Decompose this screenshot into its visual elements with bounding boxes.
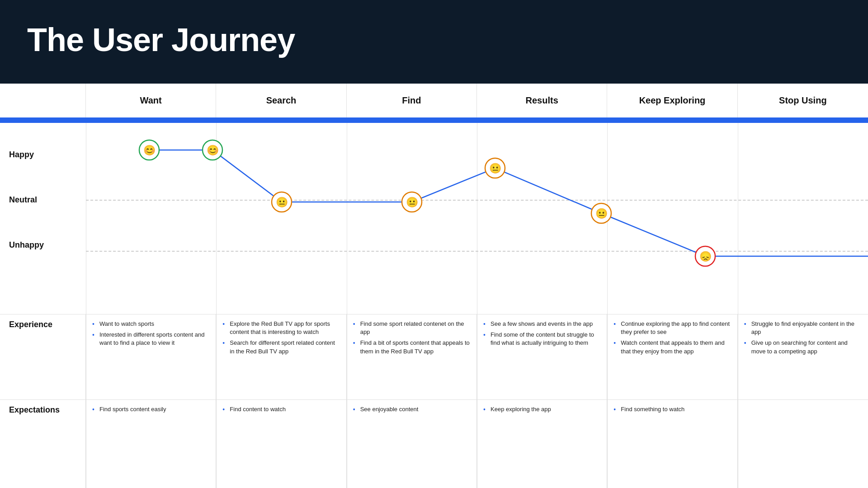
experience-keep-exploring: Continue exploring the app to find conte… [607, 314, 737, 399]
list-item: Find something to watch [613, 405, 731, 413]
list-item: Struggle to find enjoyable content in th… [744, 320, 862, 336]
svg-text:😊: 😊 [143, 144, 156, 156]
list-item: Watch content that appeals to them and t… [613, 339, 731, 355]
list-item: Find some sport related contenet on the … [353, 320, 470, 336]
label-spacer [0, 84, 86, 117]
expectations-find: See enjoyable content [347, 400, 477, 488]
stage-keep-exploring: Keep Exploring [607, 84, 737, 117]
experience-keep-list: Continue exploring the app to find conte… [613, 320, 731, 356]
stage-find: Find [347, 84, 477, 117]
svg-text:😞: 😞 [699, 250, 712, 263]
stage-results: Results [477, 84, 607, 117]
stage-want: Want [86, 84, 216, 117]
expectations-keep-list: Find something to watch [613, 405, 731, 413]
experience-results-list: See a few shows and events in the app Fi… [483, 320, 600, 347]
expectations-label-cell: Expectations [0, 400, 86, 488]
expectations-want-list: Find sports content easily [92, 405, 209, 413]
svg-text:😐: 😐 [595, 207, 608, 220]
svg-text:😐: 😐 [276, 196, 288, 208]
journey-chart: 😊 😊 😐 😐 😐 😐 😞 [86, 123, 868, 277]
experience-want: Want to watch sports Interested in diffe… [86, 314, 216, 399]
list-item: Give up on searching for content and mov… [744, 339, 862, 355]
experience-stop-list: Struggle to find enjoyable content in th… [744, 320, 862, 356]
header: The User Journey [0, 0, 868, 84]
expectations-find-list: See enjoyable content [353, 405, 470, 413]
experience-stop-using: Struggle to find enjoyable content in th… [738, 314, 868, 399]
expectations-results: Keep exploring the app [477, 400, 607, 488]
expectations-label: Expectations [9, 405, 60, 415]
expectations-search: Find content to watch [216, 400, 346, 488]
list-item: Continue exploring the app to find conte… [613, 320, 731, 336]
expectations-stop-using [738, 400, 868, 488]
expectations-want: Find sports content easily [86, 400, 216, 488]
list-item: Keep exploring the app [483, 405, 600, 413]
page-title: The User Journey [27, 21, 295, 58]
experience-find: Find some sport related contenet on the … [347, 314, 477, 399]
main-content: Want Search Find Results Keep Exploring … [0, 84, 868, 488]
experience-label: Experience [9, 320, 52, 329]
svg-text:😊: 😊 [207, 144, 219, 156]
unhappy-label: Unhappy [9, 240, 77, 250]
list-item: Want to watch sports [92, 320, 209, 328]
experience-results: See a few shows and events in the app Fi… [477, 314, 607, 399]
list-item: See a few shows and events in the app [483, 320, 600, 328]
svg-text:😐: 😐 [406, 196, 419, 208]
experience-search: Explore the Red Bull TV app for sports c… [216, 314, 346, 399]
list-item: Find some of the content but struggle to… [483, 331, 600, 347]
list-item: Find content to watch [222, 405, 340, 413]
expectations-search-list: Find content to watch [222, 405, 340, 413]
list-item: Explore the Red Bull TV app for sports c… [222, 320, 340, 336]
list-item: Search for different sport related conte… [222, 339, 340, 355]
stage-search: Search [216, 84, 346, 117]
expectations-results-list: Keep exploring the app [483, 405, 600, 413]
list-item: See enjoyable content [353, 405, 470, 413]
list-item: Interested in different sports content a… [92, 331, 209, 347]
stage-stop-using: Stop Using [738, 84, 868, 117]
expectations-keep-exploring: Find something to watch [607, 400, 737, 488]
list-item: Find a bit of sports content that appeal… [353, 339, 470, 355]
experience-label-cell: Experience [0, 314, 86, 399]
stage-header-row: Want Search Find Results Keep Exploring … [0, 84, 868, 117]
blue-progress-bar [0, 117, 868, 123]
experience-want-list: Want to watch sports Interested in diffe… [92, 320, 209, 347]
experience-find-list: Find some sport related contenet on the … [353, 320, 470, 356]
list-item: Find sports content easily [92, 405, 209, 413]
chart-row-labels: Happy Neutral Unhappy [0, 123, 86, 277]
svg-text:😐: 😐 [489, 162, 502, 174]
neutral-label: Neutral [9, 195, 77, 205]
experience-search-list: Explore the Red Bull TV app for sports c… [222, 320, 340, 356]
happy-label: Happy [9, 150, 77, 160]
